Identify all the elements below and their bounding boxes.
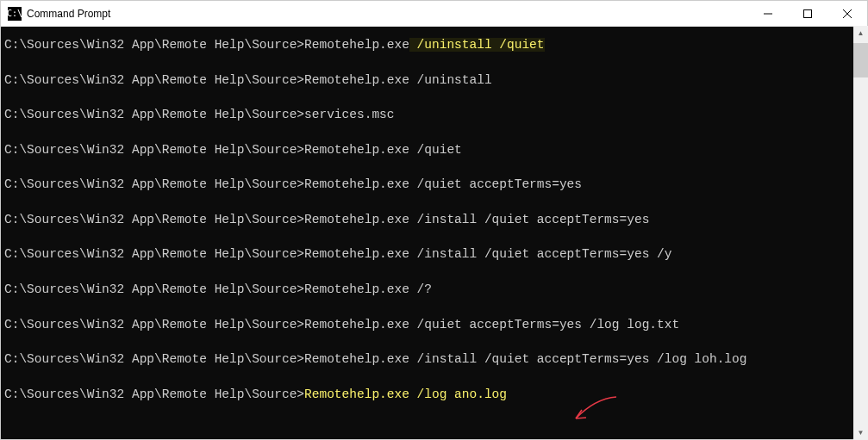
command-text: Remotehelp.exe /install /quiet acceptTer… xyxy=(304,213,649,226)
vertical-scrollbar[interactable]: ▲ ▼ xyxy=(853,26,868,440)
terminal-line: C:\Sources\Win32 App\Remote Help\Source>… xyxy=(4,107,864,124)
command-text: Remotehelp.exe xyxy=(304,38,409,52)
scroll-down-arrow[interactable]: ▼ xyxy=(853,425,868,440)
maximize-button[interactable] xyxy=(788,1,827,26)
prompt-path: C:\Sources\Win32 App\Remote Help\Source> xyxy=(4,73,304,87)
command-text: Remotehelp.exe /uninstall xyxy=(304,73,492,87)
terminal-output[interactable]: C:\Sources\Win32 App\Remote Help\Source>… xyxy=(1,27,867,439)
prompt-path: C:\Sources\Win32 App\Remote Help\Source> xyxy=(4,213,304,226)
terminal-line: C:\Sources\Win32 App\Remote Help\Source>… xyxy=(4,317,864,334)
prompt-path: C:\Sources\Win32 App\Remote Help\Source> xyxy=(4,38,304,52)
terminal-line: C:\Sources\Win32 App\Remote Help\Source>… xyxy=(4,72,864,90)
minimize-button[interactable] xyxy=(748,1,788,26)
command-text: Remotehelp.exe /quiet xyxy=(304,143,462,157)
terminal-line: C:\Sources\Win32 App\Remote Help\Source>… xyxy=(4,212,864,229)
terminal-line: C:\Sources\Win32 App\Remote Help\Source>… xyxy=(4,177,864,194)
prompt-path: C:\Sources\Win32 App\Remote Help\Source> xyxy=(4,108,304,121)
prompt-path: C:\Sources\Win32 App\Remote Help\Source> xyxy=(4,282,304,296)
command-args: /uninstall /quiet xyxy=(409,38,545,52)
prompt-path: C:\Sources\Win32 App\Remote Help\Source> xyxy=(4,143,304,157)
svg-rect-1 xyxy=(804,9,812,17)
command-text: Remotehelp.exe /log ano.log xyxy=(304,387,507,401)
terminal-line: C:\Sources\Win32 App\Remote Help\Source>… xyxy=(4,142,864,159)
prompt-path: C:\Sources\Win32 App\Remote Help\Source> xyxy=(4,387,304,401)
terminal-line: C:\Sources\Win32 App\Remote Help\Source>… xyxy=(4,282,864,299)
close-button[interactable] xyxy=(827,1,867,26)
window-title: Command Prompt xyxy=(27,8,748,20)
command-text: Remotehelp.exe /install /quiet acceptTer… xyxy=(304,352,746,366)
scrollbar-thumb[interactable] xyxy=(853,43,868,77)
terminal-line: C:\Sources\Win32 App\Remote Help\Source>… xyxy=(4,387,864,404)
window-controls xyxy=(748,1,867,26)
app-icon: C:\ xyxy=(8,7,22,21)
terminal-line: C:\Sources\Win32 App\Remote Help\Source>… xyxy=(4,37,864,54)
terminal-line: C:\Sources\Win32 App\Remote Help\Source>… xyxy=(4,351,864,369)
command-text: services.msc xyxy=(304,108,394,121)
prompt-path: C:\Sources\Win32 App\Remote Help\Source> xyxy=(4,318,304,332)
titlebar[interactable]: C:\ Command Prompt xyxy=(1,1,867,27)
command-text: Remotehelp.exe /? xyxy=(304,282,432,296)
command-text: Remotehelp.exe /quiet acceptTerms=yes xyxy=(304,177,582,191)
prompt-path: C:\Sources\Win32 App\Remote Help\Source> xyxy=(4,177,304,191)
command-prompt-window: C:\ Command Prompt C:\Sources\Win32 App\… xyxy=(0,0,868,440)
scroll-up-arrow[interactable]: ▲ xyxy=(853,26,868,40)
terminal-line: C:\Sources\Win32 App\Remote Help\Source>… xyxy=(4,246,864,263)
prompt-path: C:\Sources\Win32 App\Remote Help\Source> xyxy=(4,352,304,366)
command-text: Remotehelp.exe /quiet acceptTerms=yes /l… xyxy=(304,318,679,332)
prompt-path: C:\Sources\Win32 App\Remote Help\Source> xyxy=(4,247,304,261)
command-text: Remotehelp.exe /install /quiet acceptTer… xyxy=(304,247,671,261)
